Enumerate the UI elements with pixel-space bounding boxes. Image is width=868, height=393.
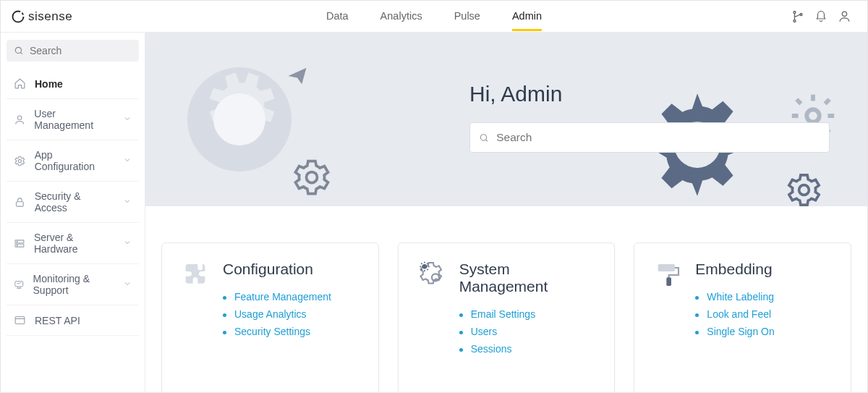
svg-point-4 xyxy=(15,47,21,53)
sidebar-search-input[interactable] xyxy=(30,45,132,56)
svg-point-22 xyxy=(422,264,427,269)
svg-rect-7 xyxy=(16,201,23,206)
svg-point-3 xyxy=(842,12,846,16)
top-bar: sisense Data Analytics Pulse Admin xyxy=(1,1,867,33)
sidebar-item-app-configuration[interactable]: App Configuration xyxy=(7,140,139,182)
card-link[interactable]: Feature Management xyxy=(223,291,331,303)
tab-analytics[interactable]: Analytics xyxy=(380,1,422,31)
puzzle-icon xyxy=(181,261,210,372)
tab-data[interactable]: Data xyxy=(326,1,349,31)
card-title: Embedding xyxy=(695,261,774,278)
hero-search-input[interactable] xyxy=(496,131,820,144)
hero-greeting: Hi, Admin xyxy=(469,82,562,106)
svg-rect-24 xyxy=(667,277,672,286)
card-link[interactable]: Usage Analytics xyxy=(223,308,331,320)
card-title: Configuration xyxy=(223,261,331,278)
gear-decor-icon xyxy=(290,156,333,199)
gears-icon xyxy=(417,261,446,372)
card-link[interactable]: White Labeling xyxy=(695,291,774,303)
sidebar-item-label: User Management xyxy=(34,108,114,131)
svg-rect-23 xyxy=(658,264,675,271)
card-system-management: System Management Email Settings Users S… xyxy=(398,242,616,392)
top-right-icons xyxy=(791,9,851,23)
brand-logo[interactable]: sisense xyxy=(11,9,72,24)
svg-point-17 xyxy=(807,109,820,122)
bell-icon[interactable] xyxy=(814,10,827,23)
svg-point-6 xyxy=(18,159,21,162)
content-area: Hi, Admin Configuration Feature Manageme… xyxy=(145,33,867,392)
card-embedding: Embedding White Labeling Look and Feel S… xyxy=(634,242,851,392)
brand-name: sisense xyxy=(28,9,72,24)
svg-point-19 xyxy=(480,134,486,140)
sidebar-item-user-management[interactable]: User Management xyxy=(7,99,139,140)
sidebar-item-monitoring-support[interactable]: Monitoring & Support xyxy=(7,264,139,305)
svg-point-1 xyxy=(793,20,796,22)
card-link[interactable]: Single Sign On xyxy=(695,326,774,337)
svg-rect-13 xyxy=(15,317,25,324)
server-icon xyxy=(14,237,25,250)
svg-point-0 xyxy=(793,11,796,13)
svg-point-15 xyxy=(307,172,318,183)
sisense-logo-icon xyxy=(11,9,25,24)
gear-icon xyxy=(14,155,26,167)
sidebar-item-home[interactable]: Home xyxy=(7,69,139,99)
svg-point-5 xyxy=(17,116,21,119)
sidebar-item-security-access[interactable]: Security & Access xyxy=(7,182,139,223)
sidebar-item-rest-api[interactable]: REST API xyxy=(7,305,139,336)
lock-icon xyxy=(14,196,26,208)
svg-point-10 xyxy=(17,241,17,242)
gear-decor-icon xyxy=(784,170,824,206)
user-icon xyxy=(14,114,25,126)
sidebar: Home User Management App Configuration S… xyxy=(1,33,145,392)
card-link[interactable]: Users xyxy=(459,326,596,337)
chevron-down-icon xyxy=(123,237,132,249)
svg-marker-20 xyxy=(495,174,518,185)
card-link[interactable]: Security Settings xyxy=(223,326,331,337)
chevron-down-icon xyxy=(123,155,132,166)
svg-point-11 xyxy=(17,245,17,245)
hero-search[interactable] xyxy=(469,122,830,153)
tab-pulse[interactable]: Pulse xyxy=(454,1,480,31)
sidebar-item-label: App Configuration xyxy=(35,149,114,172)
paint-roller-icon xyxy=(653,261,682,372)
cards-row: Configuration Feature Management Usage A… xyxy=(145,206,867,392)
tab-admin[interactable]: Admin xyxy=(512,1,542,31)
card-link[interactable]: Sessions xyxy=(459,343,596,355)
sidebar-item-server-hardware[interactable]: Server & Hardware xyxy=(7,223,139,264)
sidebar-search[interactable] xyxy=(7,40,139,62)
card-title: System Management xyxy=(459,261,596,295)
api-icon xyxy=(14,314,26,326)
chevron-down-icon xyxy=(123,196,132,208)
top-nav-tabs: Data Analytics Pulse Admin xyxy=(326,1,542,31)
sidebar-item-label: Server & Hardware xyxy=(34,232,114,255)
card-link[interactable]: Email Settings xyxy=(459,308,596,320)
home-icon xyxy=(14,77,26,90)
chevron-down-icon xyxy=(123,114,132,125)
monitor-icon xyxy=(14,279,25,291)
search-icon xyxy=(14,46,24,56)
card-configuration: Configuration Feature Management Usage A… xyxy=(161,242,379,392)
svg-point-14 xyxy=(213,93,265,145)
chevron-down-icon xyxy=(123,279,132,290)
sidebar-item-label: Monitoring & Support xyxy=(33,273,114,296)
search-icon xyxy=(479,132,489,143)
sidebar-item-label: Security & Access xyxy=(35,190,114,214)
sidebar-item-label: REST API xyxy=(35,315,80,326)
sidebar-item-label: Home xyxy=(35,78,63,90)
card-link[interactable]: Look and Feel xyxy=(695,308,774,320)
paper-plane-icon xyxy=(283,65,312,87)
user-icon[interactable] xyxy=(838,9,851,23)
hero-notch xyxy=(495,174,518,185)
svg-point-18 xyxy=(799,185,809,195)
branch-icon[interactable] xyxy=(791,10,804,23)
